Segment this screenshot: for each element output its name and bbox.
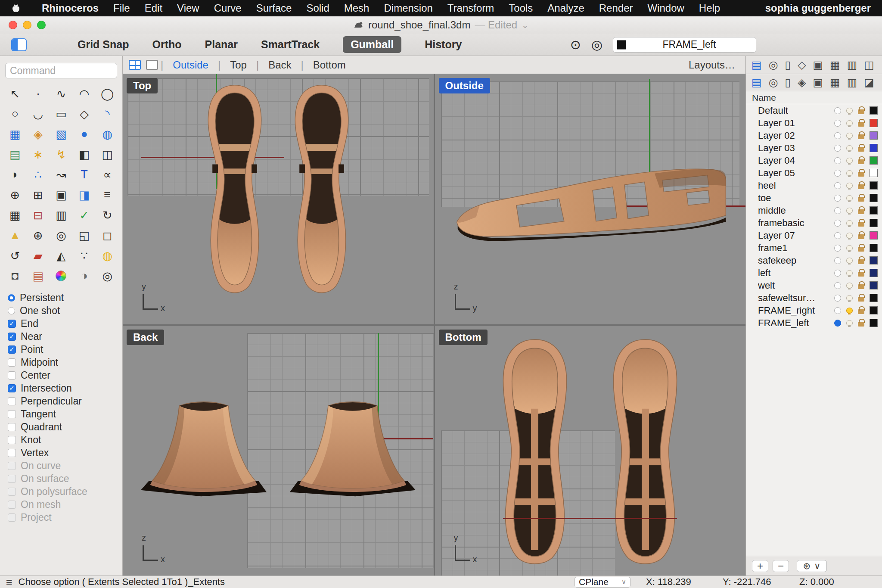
layer-color-swatch[interactable] <box>870 219 878 227</box>
mesh-surface-icon[interactable]: ▤ <box>3 144 27 165</box>
menu-item-help[interactable]: Help <box>692 2 727 14</box>
shaded-sphere-icon[interactable]: ◑ <box>73 266 96 286</box>
menu-item-solid[interactable]: Solid <box>299 2 336 14</box>
point-icon[interactable]: ∙ <box>27 84 50 104</box>
point-grid-icon[interactable]: ▦ <box>3 205 27 225</box>
checkbox-point[interactable]: ✓ <box>8 345 16 354</box>
osnap-intersection[interactable]: ✓Intersection <box>8 382 122 395</box>
layer-lock-icon[interactable] <box>858 222 864 227</box>
checkbox-perpendicular[interactable] <box>8 397 16 405</box>
cylinder-icon[interactable]: ◍ <box>96 124 119 144</box>
menu-item-edit[interactable]: Edit <box>137 2 170 14</box>
command-input[interactable] <box>5 63 117 78</box>
columns-panel-tab-icon[interactable]: ◫ <box>864 59 874 71</box>
red-car-icon[interactable]: ▰ <box>27 246 50 266</box>
layer-visibility-bulb-icon[interactable] <box>846 245 853 251</box>
shoe-model-top-left[interactable] <box>195 83 275 302</box>
checkbox-on-mesh[interactable] <box>8 501 16 509</box>
layer-current-radio[interactable] <box>834 157 841 164</box>
tab-bottom[interactable]: Bottom <box>304 59 355 71</box>
layer-lock-icon[interactable] <box>858 259 864 264</box>
layer-row-layer-05[interactable]: Layer 05 <box>746 167 882 179</box>
layer-current-radio[interactable] <box>834 107 841 114</box>
checkbox-midpoint[interactable] <box>8 358 16 367</box>
toggle-ortho[interactable]: Ortho <box>152 38 181 51</box>
layer-state-icon[interactable]: ◎ <box>769 76 778 89</box>
target-circle-icon[interactable]: ◎ <box>591 38 602 51</box>
layer-current-radio[interactable] <box>834 207 841 214</box>
cone-icon[interactable]: ▲ <box>3 225 27 246</box>
checkbox-on-polysurface[interactable] <box>8 488 16 496</box>
toggle-history[interactable]: History <box>425 38 462 51</box>
four-viewports-icon[interactable] <box>129 60 141 70</box>
lightbulb-icon[interactable]: ◍ <box>96 246 119 266</box>
join-icon[interactable]: ◫ <box>96 144 119 165</box>
surface-network-icon[interactable]: ▦ <box>3 124 27 144</box>
layer-columns-icon[interactable]: ◪ <box>864 76 874 89</box>
shoe-model-sole-right[interactable] <box>594 336 696 565</box>
layer-visibility-bulb-icon[interactable] <box>846 233 853 238</box>
layer-color-swatch[interactable] <box>870 269 878 277</box>
toggle-planar[interactable]: Planar <box>205 38 238 51</box>
rotate-view-icon[interactable]: ↺ <box>3 246 27 266</box>
layer-color-swatch[interactable] <box>870 231 878 240</box>
dimension-icon[interactable]: ∝ <box>96 165 119 185</box>
checkbox-end[interactable]: ✓ <box>8 320 16 328</box>
orient-box-icon[interactable]: ◨ <box>73 185 96 205</box>
curve-boolean-icon[interactable]: ↯ <box>50 144 73 165</box>
layer-color-swatch[interactable] <box>870 244 878 252</box>
layer-row-layer-07[interactable]: Layer 07 <box>746 229 882 242</box>
new-layer-icon[interactable]: ▯ <box>785 76 791 89</box>
layer-lock-icon[interactable] <box>858 134 864 139</box>
menu-item-tools[interactable]: Tools <box>501 2 540 14</box>
layer-current-radio[interactable] <box>834 307 841 314</box>
layer-lock-icon[interactable] <box>858 322 864 327</box>
viewport-outside[interactable]: Outside z y <box>435 74 746 324</box>
zoom-window-icon[interactable]: ◱ <box>73 225 96 246</box>
title-chevron-icon[interactable]: ⌄ <box>522 20 528 30</box>
perspective-grid-icon[interactable]: ◭ <box>50 246 73 266</box>
menu-item-rhinoceros[interactable]: Rhinoceros <box>34 2 106 14</box>
surface-corner-icon[interactable]: ◈ <box>27 124 50 144</box>
osnap-on-mesh[interactable]: On mesh <box>8 498 122 511</box>
layers-panel-tab-icon[interactable]: ▤ <box>752 59 762 71</box>
layer-visibility-bulb-icon[interactable] <box>846 283 853 288</box>
layer-color-swatch[interactable] <box>870 206 878 215</box>
menu-item-file[interactable]: File <box>106 2 137 14</box>
layer-color-swatch[interactable] <box>870 319 878 327</box>
checkbox-vertex[interactable] <box>8 449 16 457</box>
zoom-in-icon[interactable]: ⊕ <box>27 225 50 246</box>
layer-current-radio[interactable] <box>834 282 841 289</box>
layer-color-swatch[interactable] <box>870 169 878 177</box>
layer-row-layer-04[interactable]: Layer 04 <box>746 154 882 167</box>
layer-lock-icon[interactable] <box>858 159 864 164</box>
menu-item-transform[interactable]: Transform <box>440 2 501 14</box>
polygon-icon[interactable]: ◇ <box>73 104 96 124</box>
zoom-button[interactable] <box>37 21 46 29</box>
layer-row-safekeep[interactable]: safekeep <box>746 254 882 267</box>
layer-current-radio[interactable] <box>834 145 841 152</box>
osnap-project[interactable]: Project <box>8 511 122 524</box>
tab-top[interactable]: Top <box>220 59 256 71</box>
move-icon[interactable]: ⊕ <box>3 185 27 205</box>
osnap-point[interactable]: ✓Point <box>8 343 122 356</box>
layer-visibility-bulb-icon[interactable] <box>846 120 853 126</box>
layer-visibility-bulb-icon[interactable] <box>846 258 853 263</box>
cplane-dropdown[interactable]: CPlane ∨ <box>575 577 630 588</box>
layouts-button[interactable]: Layouts… <box>689 59 739 71</box>
shoe-model-back-left[interactable] <box>139 398 269 508</box>
single-viewport-icon[interactable] <box>146 60 158 70</box>
tab-back[interactable]: Back <box>259 59 301 71</box>
layer-current-radio[interactable] <box>834 232 841 239</box>
apple-menu-icon[interactable] <box>11 3 22 13</box>
box-icon[interactable]: ▧ <box>50 124 73 144</box>
layer-lock-icon[interactable] <box>858 172 864 177</box>
layer-row-heel[interactable]: heel <box>746 179 882 192</box>
circle-icon[interactable]: ◯ <box>96 84 119 104</box>
layer-color-swatch[interactable] <box>870 306 878 314</box>
toggle-grid-snap[interactable]: Grid Snap <box>78 38 129 51</box>
layer-color-swatch[interactable] <box>870 106 878 115</box>
layer-visibility-bulb-icon[interactable] <box>846 308 853 313</box>
layer-lock-icon[interactable] <box>858 122 864 127</box>
toggle-smarttrack[interactable]: SmartTrack <box>261 38 320 51</box>
